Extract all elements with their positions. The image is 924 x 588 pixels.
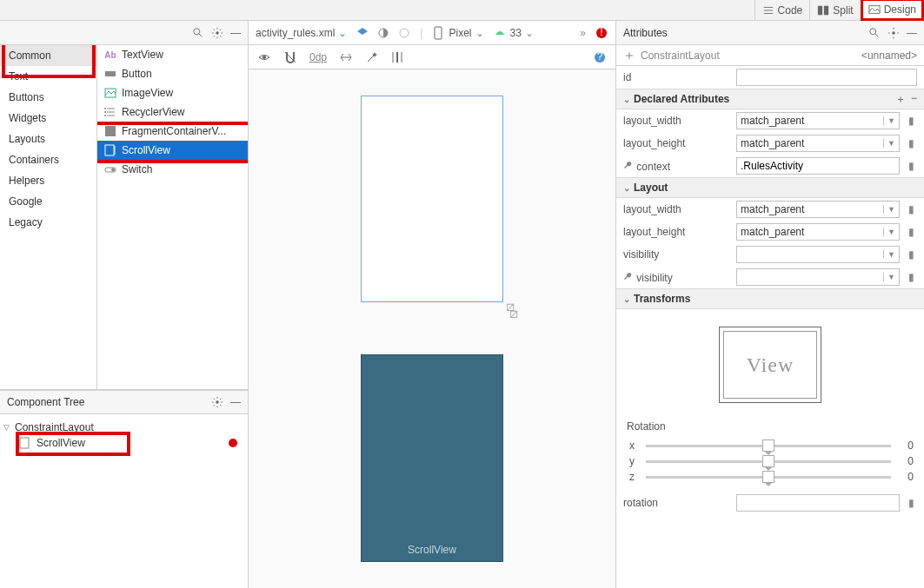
palette-cat-containers[interactable]: Containers — [0, 149, 96, 170]
section-transforms[interactable]: ⌄ Transforms — [616, 288, 924, 309]
blueprint-surface[interactable]: ScrollView — [361, 354, 503, 562]
svg-point-12 — [104, 111, 106, 113]
more-icon[interactable]: ▮ — [905, 226, 917, 238]
mode-design-label: Design — [884, 3, 916, 16]
design-icon — [868, 3, 881, 16]
attr-row: layout_heightmatch_parent▼▮ — [616, 132, 924, 155]
attr-combo[interactable]: match_parent▼ — [736, 135, 900, 152]
attr-row: visibility▼▮ — [616, 243, 924, 266]
attr-breadcrumb[interactable]: ConstraintLayout — [641, 50, 720, 62]
section-layout[interactable]: ⌄ Layout — [616, 177, 924, 198]
svg-rect-1 — [824, 5, 828, 15]
attr-combo[interactable]: match_parent▼ — [736, 223, 900, 241]
wand-icon[interactable] — [365, 50, 379, 64]
slider-thumb[interactable] — [762, 471, 774, 483]
more-icon[interactable]: ▮ — [905, 137, 917, 149]
svg-rect-23 — [435, 27, 442, 39]
attr-combo[interactable]: match_parent▼ — [736, 201, 900, 218]
collapse-icon[interactable]: — — [907, 27, 917, 39]
more-icon[interactable]: ▮ — [905, 160, 917, 172]
pal-item-label: TextView — [122, 49, 163, 61]
palette-item-textview[interactable]: AbTextView — [97, 45, 248, 64]
palette-item-button[interactable]: Button — [97, 64, 248, 83]
palette-cat-buttons[interactable]: Buttons — [0, 87, 96, 108]
more-icon[interactable]: ▮ — [905, 115, 917, 127]
slider-track[interactable] — [646, 445, 891, 447]
more-icon[interactable]: » — [580, 27, 586, 39]
rotation-slider-x[interactable]: x0 — [616, 438, 924, 453]
tree-root[interactable]: ▽ ConstraintLayout — [3, 420, 244, 435]
attr-id-input[interactable] — [736, 69, 917, 86]
more-icon[interactable]: ▮ — [905, 497, 917, 509]
slider-thumb[interactable] — [762, 455, 774, 467]
palette-item-recyclerview[interactable]: RecyclerView — [97, 102, 248, 122]
default-margin[interactable]: 0dp — [309, 51, 327, 63]
eye-icon[interactable] — [257, 50, 271, 64]
chevron-down-icon: ▼ — [883, 273, 895, 281]
palette-item-scrollview[interactable]: ScrollView — [97, 141, 248, 160]
rotation-slider-z[interactable]: z0 — [616, 469, 924, 485]
accessibility-icon[interactable] — [397, 26, 411, 40]
gear-icon[interactable] — [887, 27, 900, 39]
add-attr-icon[interactable]: ＋ — [895, 92, 906, 107]
button-icon — [104, 68, 116, 80]
remove-attr-icon[interactable]: − — [911, 92, 917, 107]
palette-cat-google[interactable]: Google — [0, 191, 96, 212]
section-declared[interactable]: ⌄ Declared Attributes ＋− — [616, 89, 924, 109]
palette-item-fragment[interactable]: FragmentContainerV... — [97, 122, 248, 141]
mode-split[interactable]: Split — [809, 0, 860, 20]
file-tab[interactable]: activity_rules.xml ⌄ — [256, 27, 347, 39]
pal-item-label: Button — [122, 68, 152, 80]
palette-cat-layouts[interactable]: Layouts — [0, 129, 96, 149]
slider-thumb[interactable] — [762, 439, 774, 452]
attr-combo[interactable]: ▼ — [736, 246, 900, 263]
layers-icon[interactable] — [356, 26, 369, 40]
gear-icon[interactable] — [211, 396, 223, 408]
attr-rotation-input[interactable] — [736, 494, 900, 512]
palette-cat-widgets[interactable]: Widgets — [0, 108, 96, 129]
rotation-slider-y[interactable]: y0 — [616, 453, 924, 469]
palette-item-imageview[interactable]: ImageView — [97, 83, 248, 102]
component-tree: ▽ ConstraintLayout ScrollView — [0, 414, 248, 588]
design-surface[interactable]: ⧄ ⧄ — [361, 96, 503, 302]
attr-label: visibility — [623, 271, 731, 284]
palette-cat-common[interactable]: Common — [0, 45, 96, 66]
palette-cat-legacy[interactable]: Legacy — [0, 212, 96, 233]
palette-cat-text[interactable]: Text — [0, 66, 96, 87]
palette-item-switch[interactable]: Switch — [97, 160, 248, 179]
mode-code[interactable]: Code — [754, 0, 810, 20]
gear-icon[interactable] — [211, 27, 223, 39]
svg-rect-15 — [105, 145, 114, 155]
attr-row: context▮ — [616, 155, 924, 177]
attr-combo[interactable]: match_parent▼ — [736, 112, 900, 129]
guideline-icon[interactable] — [391, 50, 405, 64]
axis-label: z — [627, 471, 637, 483]
svg-point-26 — [263, 56, 266, 59]
help-icon[interactable]: ? — [593, 50, 607, 64]
palette-cat-helpers[interactable]: Helpers — [0, 170, 96, 191]
search-icon[interactable] — [192, 27, 204, 39]
device-selector[interactable]: Pixel ⌄ — [431, 26, 483, 40]
error-badge-icon[interactable]: ! — [595, 26, 608, 40]
resize-handle[interactable]: ⧄ ⧄ — [506, 303, 518, 317]
search-icon[interactable] — [868, 27, 881, 39]
api-selector[interactable]: 33 ⌄ — [493, 26, 534, 40]
magnet-icon[interactable] — [283, 50, 297, 64]
collapse-icon[interactable]: — — [230, 396, 241, 408]
mode-split-label: Split — [833, 4, 853, 17]
attr-combo[interactable]: ▼ — [736, 268, 900, 286]
collapse-icon[interactable]: — — [230, 27, 241, 39]
error-icon[interactable] — [229, 439, 237, 447]
more-icon[interactable]: ▮ — [905, 248, 917, 261]
slider-track[interactable] — [646, 460, 891, 463]
tree-child-scrollview[interactable]: ScrollView — [19, 435, 244, 451]
more-icon[interactable]: ▮ — [905, 271, 917, 283]
design-canvas[interactable]: ⧄ ⧄ ScrollView — [249, 69, 615, 588]
slider-track[interactable] — [646, 476, 891, 479]
mode-design[interactable]: Design — [861, 0, 924, 21]
clear-constraints-icon[interactable] — [339, 50, 353, 64]
android-icon — [493, 26, 507, 40]
attr-input[interactable] — [736, 157, 900, 175]
theme-icon[interactable] — [376, 26, 390, 40]
more-icon[interactable]: ▮ — [905, 203, 917, 215]
